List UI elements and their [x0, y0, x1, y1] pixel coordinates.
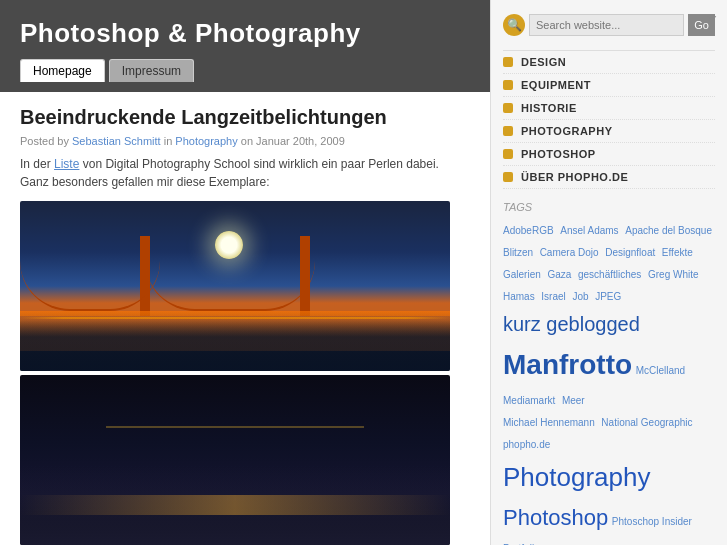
tag-hamas[interactable]: Hamas	[503, 291, 535, 302]
menu-dot-equipment	[503, 80, 513, 90]
tag-manfrotto[interactable]: Manfrotto	[503, 349, 632, 380]
menu-dot-photoshop	[503, 149, 513, 159]
author-link[interactable]: Sebastian Schmitt	[72, 135, 161, 147]
tag-michael-hennemann[interactable]: Michael Hennemann	[503, 417, 595, 428]
post-meta: Posted by Sebastian Schmitt in Photograp…	[20, 135, 470, 147]
tag-apache[interactable]: Apache del Bosque	[625, 225, 712, 236]
post-title: Beeindruckende Langzeitbelichtungen	[20, 106, 470, 129]
post-image-golden-gate	[20, 201, 450, 371]
search-icon: 🔍	[503, 14, 525, 36]
category-link[interactable]: Photography	[175, 135, 237, 147]
tag-meer[interactable]: Meer	[562, 395, 585, 406]
site-header: Photoshop & Photography Homepage Impress…	[0, 0, 490, 92]
tag-mediamarkt[interactable]: Mediamarkt	[503, 395, 555, 406]
main-content: Photoshop & Photography Homepage Impress…	[0, 0, 490, 545]
tags-title: TAGS	[503, 201, 715, 213]
menu-dot-historie	[503, 103, 513, 113]
tag-national-geographic[interactable]: National Geographic	[601, 417, 692, 428]
tag-geschaeftliches[interactable]: geschäftliches	[578, 269, 641, 280]
menu-item-design[interactable]: DESIGN	[503, 51, 715, 74]
main-nav: Homepage Impressum	[20, 59, 470, 82]
nav-tab-impressum[interactable]: Impressum	[109, 59, 194, 82]
tag-job[interactable]: Job	[572, 291, 588, 302]
tag-designfloat[interactable]: Designfloat	[605, 247, 655, 258]
tag-camera-dojo[interactable]: Camera Dojo	[540, 247, 599, 258]
menu-item-equipment[interactable]: EQUIPMENT	[503, 74, 715, 97]
tag-greg-white[interactable]: Greg White	[648, 269, 699, 280]
tag-israel[interactable]: Israel	[541, 291, 565, 302]
tags-section: TAGS AdobeRGB Ansel Adams Apache del Bos…	[503, 201, 715, 545]
search-input[interactable]	[529, 14, 684, 36]
intro-link[interactable]: Liste	[54, 157, 79, 171]
tag-galerien[interactable]: Galerien	[503, 269, 541, 280]
menu-dot-design	[503, 57, 513, 67]
tag-photoshop[interactable]: Photoshop	[503, 505, 608, 530]
menu-item-historie[interactable]: HISTORIE	[503, 97, 715, 120]
post-content: Beeindruckende Langzeitbelichtungen Post…	[0, 92, 490, 545]
tag-blitzen[interactable]: Blitzen	[503, 247, 533, 258]
tag-photoshop-insider[interactable]: Phtoschop Insider	[612, 516, 692, 527]
menu-item-photoshop[interactable]: PHOTOSHOP	[503, 143, 715, 166]
menu-item-ueber[interactable]: ÜBER PHOPHO.DE	[503, 166, 715, 189]
sidebar-menu: DESIGN EQUIPMENT HISTORIE PHOTOGRAPHY PH…	[503, 50, 715, 189]
post-intro: In der Liste von Digital Photography Sch…	[20, 155, 470, 191]
search-bar: 🔍 Go	[503, 14, 715, 36]
tag-effekte[interactable]: Effekte	[662, 247, 693, 258]
tag-photography[interactable]: Photography	[503, 462, 650, 492]
menu-dot-photography	[503, 126, 513, 136]
tags-cloud: AdobeRGB Ansel Adams Apache del Bosque B…	[503, 219, 715, 545]
tag-kurz-geblogged[interactable]: kurz geblogged	[503, 313, 640, 335]
site-title: Photoshop & Photography	[20, 18, 470, 49]
tag-gaza[interactable]: Gaza	[547, 269, 571, 280]
tag-adobergb[interactable]: AdobeRGB	[503, 225, 554, 236]
nav-tab-homepage[interactable]: Homepage	[20, 59, 105, 82]
tag-phopho-de[interactable]: phopho.de	[503, 439, 550, 450]
post-image-night-scene	[20, 375, 450, 545]
menu-dot-ueber	[503, 172, 513, 182]
menu-item-photography[interactable]: PHOTOGRAPHY	[503, 120, 715, 143]
tag-mcclelland[interactable]: McClelland	[636, 365, 685, 376]
tag-ansel-adams[interactable]: Ansel Adams	[560, 225, 618, 236]
tag-jpeg[interactable]: JPEG	[595, 291, 621, 302]
sidebar: ↔ 🔍 Go DESIGN EQUIPMENT HISTORIE PHOTOGR…	[490, 0, 727, 545]
arrow-icon: ↔	[705, 8, 719, 24]
